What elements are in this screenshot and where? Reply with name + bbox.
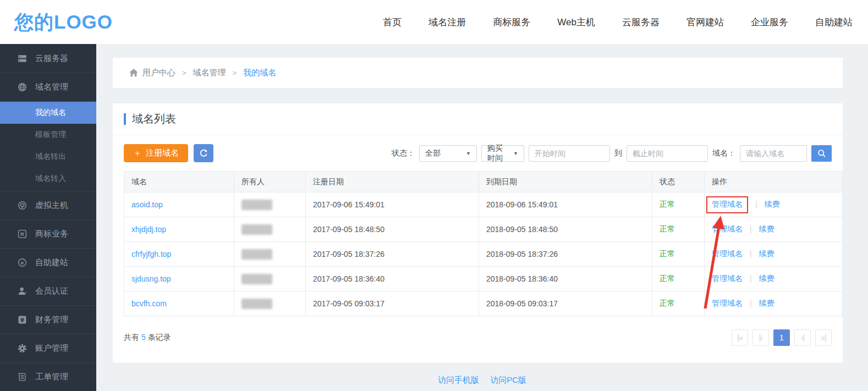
top-nav-self-build[interactable]: 自助建站 <box>815 16 853 29</box>
home-icon <box>129 69 138 77</box>
domain-link[interactable]: sjdusng.top <box>131 274 171 283</box>
pc-version-link[interactable]: 访问PC版 <box>490 375 526 384</box>
sidebar-item-work-order-management[interactable]: 工单管理 <box>0 362 96 391</box>
record-count-value: 5 <box>141 333 146 342</box>
sidebar-subitem-domain-transfer-in[interactable]: 域名转入 <box>0 168 96 190</box>
status-select[interactable]: 全部 ▼ <box>419 145 477 162</box>
breadcrumb-domain-management[interactable]: 域名管理 <box>193 68 226 78</box>
time-type-value: 购买时间 <box>487 144 508 163</box>
time-type-select[interactable]: 购买时间 ▼ <box>481 145 524 162</box>
finance-icon: ¥ <box>17 315 27 325</box>
header-status: 状态 <box>652 172 705 192</box>
refresh-button[interactable] <box>194 144 213 162</box>
status-badge: 正常 <box>660 299 675 307</box>
domain-link[interactable]: bcvfh.com <box>131 299 167 308</box>
domain-link[interactable]: xhjdjdj.top <box>131 225 166 234</box>
caret-down-icon: ▼ <box>466 151 471 156</box>
filter-bar: 状态： 全部 ▼ 购买时间 ▼ 到 域名： <box>392 145 832 162</box>
search-icon <box>817 149 826 158</box>
domain-link[interactable]: cfrfyjfgh.top <box>131 250 171 258</box>
top-nav-enterprise[interactable]: 企业服务 <box>751 16 788 29</box>
sidebar-item-virtual-host[interactable]: 虚拟主机 <box>0 191 96 219</box>
breadcrumb-my-domains[interactable]: 我的域名 <box>243 68 276 78</box>
manage-domain-link[interactable]: 管理域名 <box>712 224 743 233</box>
breadcrumb-user-center[interactable]: 用户中心 <box>142 68 175 78</box>
renew-link[interactable]: 续费 <box>759 224 774 233</box>
sidebar-item-self-build-site[interactable]: e 自助建站 <box>0 248 96 277</box>
expire-date: 2018-09-05 09:03:17 <box>479 291 652 316</box>
trademark-icon: R <box>17 229 27 239</box>
domain-filter-label: 域名： <box>712 148 735 158</box>
globe-icon <box>17 82 27 92</box>
renew-link[interactable]: 续费 <box>764 200 779 208</box>
renew-link[interactable]: 续费 <box>759 274 774 283</box>
top-nav-trademark[interactable]: 商标服务 <box>493 16 530 29</box>
mobile-version-link[interactable]: 访问手机版 <box>438 375 479 384</box>
header-expire-date: 到期日期 <box>479 172 652 192</box>
expire-date: 2018-09-06 15:49:01 <box>479 192 652 217</box>
expire-date: 2018-09-05 18:48:50 <box>479 217 652 242</box>
next-page-button[interactable]: ›| <box>794 329 811 346</box>
table-row: xhjdjdj.top 2017-09-05 18:48:50 2018-09-… <box>124 217 843 242</box>
pagination: |« |‹ 1 ›| »| <box>732 329 832 346</box>
status-badge: 正常 <box>660 200 675 208</box>
top-nav-website-building[interactable]: 官网建站 <box>686 16 724 29</box>
end-date-input[interactable] <box>627 145 708 162</box>
top-nav-domain-register[interactable]: 域名注册 <box>428 16 466 29</box>
sidebar-item-finance-management[interactable]: ¥ 财务管理 <box>0 305 96 334</box>
status-badge: 正常 <box>660 249 675 258</box>
action-separator: | <box>750 299 752 307</box>
top-nav-cloud-server[interactable]: 云服务器 <box>622 16 660 29</box>
table-row: sjdusng.top 2017-09-05 18:36:40 2018-09-… <box>124 267 843 291</box>
manage-domain-link[interactable]: 管理域名 <box>712 200 743 208</box>
domain-link[interactable]: asoid.top <box>131 200 163 209</box>
domain-search-input[interactable] <box>740 145 807 162</box>
renew-link[interactable]: 续费 <box>759 249 774 258</box>
manage-domain-link[interactable]: 管理域名 <box>712 274 743 283</box>
sidebar-item-cloud-server[interactable]: 云服务器 <box>0 44 96 73</box>
sidebar-subitem-domain-transfer-out[interactable]: 域名转出 <box>0 146 96 168</box>
owner-redacted <box>241 299 272 309</box>
sidebar-item-label: 云服务器 <box>35 53 68 64</box>
manage-domain-link[interactable]: 管理域名 <box>712 249 743 258</box>
last-page-button[interactable]: »| <box>815 329 832 346</box>
register-date: 2017-09-05 09:03:17 <box>306 291 479 316</box>
owner-redacted <box>241 249 272 260</box>
prev-page-button[interactable]: |‹ <box>752 329 769 346</box>
sidebar-subitem-template-management[interactable]: 模板管理 <box>0 124 96 146</box>
domain-table: 域名 所有人 注册日期 到期日期 状态 操作 asoid.top 2017-09… <box>124 171 843 316</box>
first-page-button[interactable]: |« <box>732 329 748 346</box>
table-row: bcvfh.com 2017-09-05 09:03:17 2018-09-05… <box>124 291 843 316</box>
start-date-input[interactable] <box>529 145 610 162</box>
manage-domain-link[interactable]: 管理域名 <box>712 299 743 307</box>
subitem-label: 我的域名 <box>35 108 66 118</box>
register-date: 2017-09-05 18:48:50 <box>306 217 479 242</box>
renew-link[interactable]: 续费 <box>759 299 774 307</box>
status-select-value: 全部 <box>425 148 441 158</box>
sidebar-item-account-management[interactable]: 账户管理 <box>0 334 96 362</box>
sidebar-item-label: 商标业务 <box>35 229 68 239</box>
header-owner: 所有人 <box>234 172 306 192</box>
page-1-button[interactable]: 1 <box>773 329 790 346</box>
caret-down-icon: ▼ <box>513 151 518 156</box>
svg-text:¥: ¥ <box>20 317 24 324</box>
register-domain-button[interactable]: ＋ 注册域名 <box>124 144 188 162</box>
table-header-row: 域名 所有人 注册日期 到期日期 状态 操作 <box>124 172 843 192</box>
sidebar-subitem-my-domains[interactable]: 我的域名 <box>0 102 96 124</box>
sidebar-item-trademark-business[interactable]: R 商标业务 <box>0 219 96 248</box>
sidebar-item-member-verification[interactable]: 会员认证 <box>0 277 96 305</box>
logo: 您的LOGO <box>14 9 113 35</box>
sidebar-item-domain-management[interactable]: 域名管理 <box>0 73 96 101</box>
status-badge: 正常 <box>660 224 675 233</box>
table-row: cfrfyjfgh.top 2017-09-05 18:37:26 2018-0… <box>124 242 843 267</box>
svg-text:e: e <box>20 260 23 266</box>
ticket-icon <box>17 372 27 382</box>
search-button[interactable] <box>811 145 832 162</box>
header-actions: 操作 <box>705 172 843 192</box>
domain-submenu: 我的域名 模板管理 域名转出 域名转入 <box>0 101 96 191</box>
breadcrumb-separator: > <box>182 69 186 77</box>
top-nav-web-hosting[interactable]: Web主机 <box>557 16 595 29</box>
expire-date: 2018-09-05 18:37:26 <box>479 242 652 267</box>
expire-date: 2018-09-05 18:36:40 <box>479 267 652 291</box>
top-nav-home[interactable]: 首页 <box>383 16 402 29</box>
